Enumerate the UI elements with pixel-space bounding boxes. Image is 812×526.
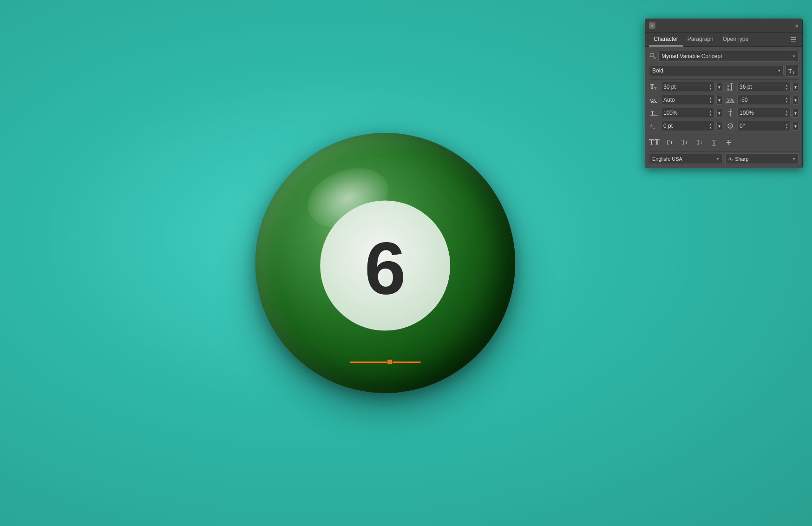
kerning-up[interactable]: ▲ xyxy=(709,97,712,100)
leading-dropdown[interactable]: ▾ xyxy=(792,83,799,92)
strikethrough-button[interactable]: T xyxy=(723,138,734,146)
panel-close-button[interactable]: × xyxy=(649,22,655,29)
antialiasing-icon: aₐ xyxy=(728,156,733,162)
horiz-scale-up[interactable]: ▲ xyxy=(709,110,712,113)
rotation-value: 0° xyxy=(740,123,745,129)
rotation-dropdown[interactable]: ▾ xyxy=(792,122,799,131)
antialiasing-select[interactable]: aₐ Sharp ▾ xyxy=(725,153,799,164)
leading-spinners[interactable]: ▲ ▼ xyxy=(785,84,788,90)
horiz-scale-down[interactable]: ▼ xyxy=(709,113,712,116)
svg-text:a: a xyxy=(653,126,655,130)
vertical-scale-icon: T xyxy=(725,109,735,117)
kerning-down[interactable]: ▼ xyxy=(709,100,712,103)
horiz-scale-spinners[interactable]: ▲ ▼ xyxy=(709,110,712,116)
underline-button[interactable]: T xyxy=(708,138,720,146)
horiz-scale-dropdown[interactable]: ▾ xyxy=(716,109,722,118)
language-chevron: ▾ xyxy=(717,157,719,161)
font-size-group: T T 30 pt ▲ ▼ ▾ xyxy=(649,82,722,92)
kerning-group: VA Auto ▲ ▼ ▾ xyxy=(649,95,722,105)
baseline-shift-icon: A a xyxy=(649,122,659,130)
baseline-shift-dropdown[interactable]: ▾ xyxy=(716,122,722,131)
tracking-up[interactable]: ▲ xyxy=(785,97,788,100)
svg-text:VA: VA xyxy=(649,98,656,103)
tracking-dropdown[interactable]: ▾ xyxy=(792,96,799,105)
small-caps-button[interactable]: TT xyxy=(664,138,675,146)
kerning-dropdown[interactable]: ▾ xyxy=(716,96,722,105)
svg-text:T: T xyxy=(788,67,792,74)
baseline-shift-down[interactable]: ▼ xyxy=(709,126,712,129)
baseline-shift-up[interactable]: ▲ xyxy=(709,123,712,126)
kerning-field[interactable]: Auto ▲ ▼ xyxy=(661,95,714,105)
rotation-up[interactable]: ▲ xyxy=(785,123,788,126)
vert-scale-down[interactable]: ▼ xyxy=(785,113,788,116)
font-size-up[interactable]: ▲ xyxy=(709,84,712,87)
kerning-spinners[interactable]: ▲ ▼ xyxy=(709,97,712,103)
svg-text:A: A xyxy=(650,124,653,128)
leading-icon: A A xyxy=(725,83,735,91)
billiard-ball: 6 xyxy=(255,133,515,393)
leading-up[interactable]: ▲ xyxy=(785,84,788,87)
font-style-value: Bold xyxy=(652,67,663,74)
divider-3 xyxy=(649,151,799,151)
font-size-spinners[interactable]: ▲ ▼ xyxy=(709,84,712,90)
panel-tabs: Character Paragraph OpenType ☰ xyxy=(645,33,802,47)
panel-collapse-button[interactable]: » xyxy=(795,22,799,29)
vert-scale-field[interactable]: 100% ▲ ▼ xyxy=(737,108,791,118)
panel-titlebar: × » xyxy=(645,19,802,33)
svg-text:A: A xyxy=(727,87,730,91)
font-size-leading-row: T T 30 pt ▲ ▼ ▾ A A xyxy=(649,82,799,92)
tracking-group: VA -50 ▲ ▼ ▾ xyxy=(725,95,799,105)
panel-menu-button[interactable]: ☰ xyxy=(788,33,799,46)
superscript-button[interactable]: T1 xyxy=(679,138,690,146)
divider-2 xyxy=(649,134,799,134)
vert-scale-spinners[interactable]: ▲ ▼ xyxy=(785,110,788,116)
horiz-scale-value: 100% xyxy=(663,110,678,116)
leading-down[interactable]: ▼ xyxy=(785,87,788,90)
ball-container: 6 xyxy=(255,133,515,393)
font-family-value: Myriad Variable Concept xyxy=(661,53,722,59)
tracking-down[interactable]: ▼ xyxy=(785,100,788,103)
font-size-down[interactable]: ▼ xyxy=(709,87,712,90)
rotation-field[interactable]: 0° ▲ ▼ xyxy=(737,121,791,131)
font-style-select[interactable]: Bold ▾ xyxy=(649,65,784,76)
language-antialiasing-row: English: USA ▾ aₐ Sharp ▾ xyxy=(649,153,799,164)
language-select[interactable]: English: USA ▾ xyxy=(649,154,722,164)
vert-scale-up[interactable]: ▲ xyxy=(785,110,788,113)
rotation-down[interactable]: ▼ xyxy=(785,126,788,129)
subscript-button[interactable]: T1 xyxy=(694,138,705,146)
svg-text:T: T xyxy=(729,124,732,129)
rotation-spinners[interactable]: ▲ ▼ xyxy=(785,123,788,129)
horiz-scale-field[interactable]: 100% ▲ ▼ xyxy=(661,108,714,118)
svg-text:T: T xyxy=(654,86,657,91)
character-panel: × » Character Paragraph OpenType ☰ Myria… xyxy=(645,19,803,168)
font-size-field[interactable]: 30 pt ▲ ▼ xyxy=(661,82,714,92)
svg-text:T: T xyxy=(651,110,655,116)
vert-scale-dropdown[interactable]: ▾ xyxy=(792,109,799,118)
kerning-value: Auto xyxy=(663,97,675,103)
tab-character[interactable]: Character xyxy=(649,33,683,46)
glyph-panel-button[interactable]: T T xyxy=(786,65,799,77)
vert-scale-group: T 100% ▲ ▼ ▾ xyxy=(725,108,799,118)
font-size-dropdown[interactable]: ▾ xyxy=(716,83,722,92)
language-value: English: USA xyxy=(652,156,682,162)
tracking-field[interactable]: -50 ▲ ▼ xyxy=(737,95,791,105)
tab-paragraph[interactable]: Paragraph xyxy=(683,33,718,46)
font-family-select[interactable]: Myriad Variable Concept ▾ xyxy=(658,51,799,62)
vert-scale-value: 100% xyxy=(740,110,754,116)
svg-line-1 xyxy=(654,57,655,59)
kerning-tracking-row: VA Auto ▲ ▼ ▾ xyxy=(649,95,799,105)
leading-group: A A 36 pt ▲ ▼ ▾ xyxy=(725,82,799,92)
tracking-icon: VA xyxy=(725,96,735,104)
tracking-spinners[interactable]: ▲ ▼ xyxy=(785,97,788,103)
scale-row: T 100% ▲ ▼ ▾ xyxy=(649,108,799,118)
panel-content: Myriad Variable Concept ▾ Bold ▾ T T xyxy=(645,47,802,168)
cursor-handle xyxy=(387,360,392,364)
font-search-icon xyxy=(649,52,656,61)
tab-opentype[interactable]: OpenType xyxy=(718,33,753,46)
baseline-shift-spinners[interactable]: ▲ ▼ xyxy=(709,123,712,129)
leading-field[interactable]: 36 pt ▲ ▼ xyxy=(737,82,791,92)
baseline-shift-field[interactable]: 0 pt ▲ ▼ xyxy=(661,121,714,131)
divider-1 xyxy=(649,79,799,80)
all-caps-button[interactable]: TT xyxy=(649,138,660,146)
font-family-row: Myriad Variable Concept ▾ xyxy=(649,51,799,62)
